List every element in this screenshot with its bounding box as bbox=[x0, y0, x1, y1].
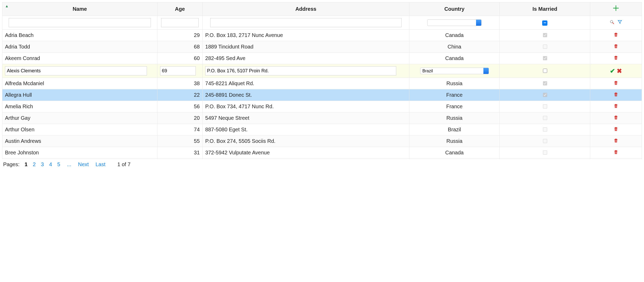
table-row[interactable]: Alfreda Mcdaniel38745-8221 Aliquet Rd.Ru… bbox=[2, 78, 642, 89]
pager-info: 1 of 7 bbox=[117, 161, 130, 167]
column-header-age[interactable]: Age bbox=[157, 2, 202, 16]
pager-page-link[interactable]: 5 bbox=[57, 161, 60, 167]
pager-ellipsis[interactable]: ... bbox=[67, 161, 71, 167]
table-row[interactable]: Adria Todd681889 Tincidunt RoadChina bbox=[2, 41, 642, 53]
cell-address: P.O. Box 274, 5505 Sociis Rd. bbox=[203, 135, 409, 147]
cell-address: 5497 Neque Street bbox=[203, 112, 409, 124]
column-header-address[interactable]: Address bbox=[203, 2, 409, 16]
edit-age-input[interactable] bbox=[160, 66, 196, 75]
cell-age: 60 bbox=[157, 53, 202, 64]
delete-row-button[interactable] bbox=[613, 44, 619, 50]
cell-name: Alfreda Mcdaniel bbox=[2, 78, 157, 89]
filter-age-input[interactable] bbox=[161, 18, 199, 27]
table-row[interactable]: Akeem Conrad60282-495 Sed AveCanada bbox=[2, 53, 642, 64]
cell-name: Austin Andrews bbox=[2, 135, 157, 147]
married-checkbox bbox=[543, 139, 547, 143]
married-checkbox bbox=[543, 56, 547, 60]
pager-page-link[interactable]: 4 bbox=[49, 161, 52, 167]
married-checkbox bbox=[543, 93, 547, 97]
filter-address-input[interactable] bbox=[210, 18, 401, 27]
header-row: ▲ Name Age Address Country Is Married bbox=[2, 2, 642, 16]
cell-age: 38 bbox=[157, 78, 202, 89]
table-row[interactable]: Allegra Hull22245-8891 Donec St.France bbox=[2, 89, 642, 101]
column-header-married[interactable]: Is Married bbox=[500, 2, 590, 16]
edit-address-input[interactable] bbox=[205, 66, 396, 75]
delete-row-button[interactable] bbox=[613, 150, 619, 156]
delete-row-button[interactable] bbox=[613, 104, 619, 110]
cell-married bbox=[500, 124, 590, 135]
table-row[interactable]: Arthur Gay205497 Neque StreetRussia bbox=[2, 112, 642, 124]
column-label: Address bbox=[295, 6, 316, 12]
cell-name: Adria Beach bbox=[2, 30, 157, 41]
column-header-name[interactable]: ▲ Name bbox=[2, 2, 157, 16]
table-row[interactable]: Amelia Rich56P.O. Box 734, 4717 Nunc Rd.… bbox=[2, 101, 642, 112]
column-label: Country bbox=[444, 6, 464, 12]
edit-married-checkbox[interactable] bbox=[543, 69, 547, 73]
cell-married bbox=[500, 78, 590, 89]
sort-asc-icon: ▲ bbox=[5, 4, 9, 8]
cell-age: 31 bbox=[157, 147, 202, 159]
cell-name: Akeem Conrad bbox=[2, 53, 157, 64]
data-grid: ▲ Name Age Address Country Is Married bbox=[2, 2, 642, 159]
delete-row-button[interactable] bbox=[613, 139, 619, 144]
filter-country-select[interactable] bbox=[427, 19, 482, 26]
pager-page-link[interactable]: 2 bbox=[33, 161, 36, 167]
cell-name: Allegra Hull bbox=[2, 89, 157, 101]
cell-country: Russia bbox=[409, 112, 500, 124]
cell-address: 745-8221 Aliquet Rd. bbox=[203, 78, 409, 89]
delete-row-button[interactable] bbox=[613, 127, 619, 133]
cell-married bbox=[500, 101, 590, 112]
cell-name: Bree Johnston bbox=[2, 147, 157, 159]
table-row[interactable]: Brenna Rodriguez773687 Imperdiet Av.Chin… bbox=[2, 159, 642, 160]
table-row[interactable]: Bree Johnston31372-5942 Vulputate Avenue… bbox=[2, 147, 642, 159]
delete-row-button[interactable] bbox=[613, 116, 619, 121]
pager-last[interactable]: Last bbox=[96, 161, 105, 167]
apply-filter-button[interactable] bbox=[610, 20, 614, 26]
svg-line-1 bbox=[613, 23, 614, 24]
clear-filter-button[interactable] bbox=[617, 20, 622, 26]
filter-married-toggle[interactable]: − bbox=[542, 20, 547, 26]
cell-name: Adria Todd bbox=[2, 41, 157, 53]
cell-name: Brenna Rodriguez bbox=[2, 159, 157, 160]
grid-scroll-container: ▲ Name Age Address Country Is Married bbox=[2, 2, 642, 159]
married-checkbox bbox=[543, 81, 547, 85]
cell-age: 20 bbox=[157, 112, 202, 124]
column-header-actions bbox=[590, 2, 642, 16]
cell-address: 372-5942 Vulputate Avenue bbox=[203, 147, 409, 159]
cell-age: 22 bbox=[157, 89, 202, 101]
cell-name: Arthur Gay bbox=[2, 112, 157, 124]
delete-row-button[interactable] bbox=[613, 93, 619, 98]
delete-row-button[interactable] bbox=[613, 33, 619, 39]
cell-age: 29 bbox=[157, 30, 202, 41]
cell-married bbox=[500, 112, 590, 124]
column-header-country[interactable]: Country bbox=[409, 2, 500, 16]
cell-married bbox=[500, 159, 590, 160]
edit-country-select[interactable]: Brazil bbox=[420, 68, 489, 74]
cell-address: 245-8891 Donec St. bbox=[203, 89, 409, 101]
married-checkbox bbox=[543, 127, 547, 132]
filter-name-input[interactable] bbox=[9, 18, 151, 27]
add-row-button[interactable] bbox=[612, 5, 620, 13]
table-row[interactable]: Austin Andrews55P.O. Box 274, 5505 Socii… bbox=[2, 135, 642, 147]
cell-age: 74 bbox=[157, 124, 202, 135]
cell-address: 887-5080 Eget St. bbox=[203, 124, 409, 135]
edit-name-input[interactable] bbox=[5, 66, 147, 75]
pager: Pages: 12345 ... Next Last 1 of 7 bbox=[2, 159, 642, 170]
cell-married bbox=[500, 135, 590, 147]
cell-address: 3687 Imperdiet Av. bbox=[203, 159, 409, 160]
cell-age: 56 bbox=[157, 101, 202, 112]
pager-label: Pages: bbox=[3, 161, 19, 167]
pager-next[interactable]: Next bbox=[78, 161, 89, 167]
cell-married bbox=[500, 147, 590, 159]
cell-country: Canada bbox=[409, 53, 500, 64]
filter-row: − bbox=[2, 16, 642, 30]
confirm-edit-button[interactable]: ✔ bbox=[610, 67, 615, 74]
delete-row-button[interactable] bbox=[613, 56, 619, 62]
table-row[interactable]: Arthur Olsen74887-5080 Eget St.Brazil bbox=[2, 124, 642, 135]
table-row[interactable]: Adria Beach29P.O. Box 183, 2717 Nunc Ave… bbox=[2, 30, 642, 41]
delete-row-button[interactable] bbox=[613, 81, 619, 87]
cell-address: P.O. Box 183, 2717 Nunc Avenue bbox=[203, 30, 409, 41]
cancel-edit-button[interactable]: ✖ bbox=[617, 67, 622, 74]
pager-page-link[interactable]: 3 bbox=[41, 161, 44, 167]
cell-married bbox=[500, 89, 590, 101]
